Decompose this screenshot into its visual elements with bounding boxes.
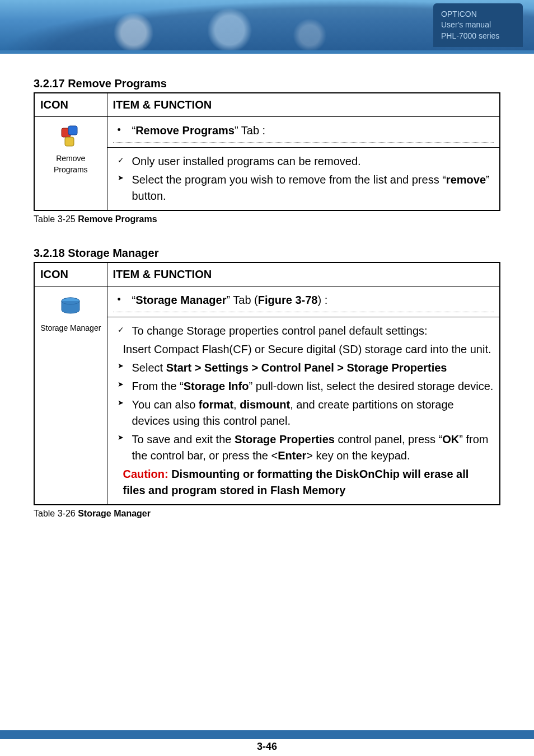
- svg-rect-2: [65, 137, 74, 146]
- section-heading-remove-programs: 3.2.17 Remove Programs: [34, 77, 500, 90]
- table-header-function: ITEM & FUNCTION: [107, 93, 500, 117]
- tab-header-remove-programs: “Remove Programs” Tab :: [107, 117, 500, 148]
- icon-cell-remove-programs: Remove Programs: [34, 117, 107, 211]
- icon-cell-storage-manager: Storage Manager: [34, 287, 107, 505]
- remove-programs-table: ICON ITEM & FUNCTION Remove Programs: [34, 92, 500, 211]
- list-item: Select the program you wish to remove fr…: [113, 172, 494, 204]
- footer-accent-bar: [0, 730, 534, 739]
- list-item: Select Start > Settings > Control Panel …: [113, 360, 494, 376]
- storage-manager-icon: [40, 293, 101, 320]
- list-item: You can also format, dismount, and creat…: [113, 397, 494, 429]
- storage-manager-bullets: To change Storage properties control pan…: [113, 323, 494, 499]
- table-body-storage-manager: To change Storage properties control pan…: [107, 317, 500, 505]
- list-item: Caution: Dismounting or formatting the D…: [113, 466, 494, 499]
- list-item: To save and exit the Storage Properties …: [113, 431, 494, 464]
- table-body-remove-programs: Only user installed programs can be remo…: [107, 148, 500, 211]
- list-item: From the “Storage Info” pull-down list, …: [113, 378, 494, 395]
- list-item: To change Storage properties control pan…: [113, 323, 494, 339]
- header-banner: OPTICON User's manual PHL-7000 series: [0, 0, 534, 50]
- header-line3: PHL-7000 series: [441, 31, 515, 42]
- icon-label-storage-manager: Storage Manager: [40, 322, 101, 334]
- svg-rect-1: [68, 126, 77, 135]
- header-brand: OPTICON: [441, 9, 515, 20]
- section-heading-storage-manager: 3.2.18 Storage Manager: [34, 247, 500, 260]
- list-item: Insert Compact Flash(CF) or Secure digit…: [113, 341, 494, 358]
- remove-programs-bullets: Only user installed programs can be remo…: [113, 153, 494, 204]
- list-item: Only user installed programs can be remo…: [113, 153, 494, 170]
- page-header: OPTICON User's manual PHL-7000 series: [0, 0, 534, 62]
- table-header-function: ITEM & FUNCTION: [107, 262, 500, 287]
- header-line2: User's manual: [441, 20, 515, 31]
- table-header-icon: ICON: [34, 93, 107, 117]
- storage-manager-table: ICON ITEM & FUNCTION Storage Manager: [34, 262, 500, 505]
- header-accent-bar: [0, 50, 534, 54]
- page-number: 3-46: [0, 741, 534, 753]
- table-caption-storage-manager: Table 3-26 Storage Manager: [34, 509, 500, 519]
- table-header-icon: ICON: [34, 262, 107, 287]
- icon-label-remove-programs: Remove Programs: [40, 153, 101, 176]
- table-caption-remove-programs: Table 3-25 Remove Programs: [34, 214, 500, 224]
- header-info-block: OPTICON User's manual PHL-7000 series: [433, 3, 523, 48]
- remove-programs-icon: [40, 124, 101, 151]
- tab-header-storage-manager: “Storage Manager” Tab (Figure 3-78) :: [107, 287, 500, 317]
